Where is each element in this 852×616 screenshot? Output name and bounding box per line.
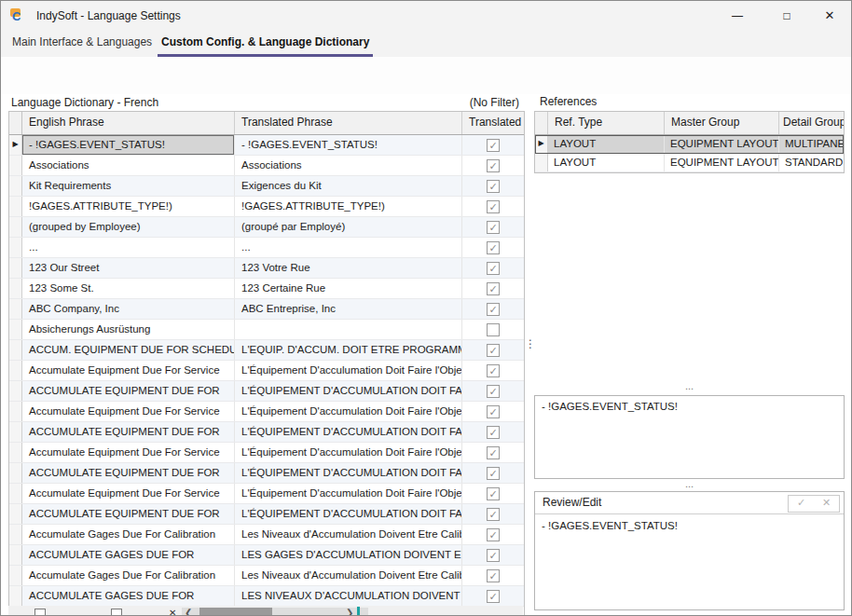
checkbox-checked-icon[interactable]: ✓ [487,405,500,418]
checkbox-checked-icon[interactable]: ✓ [487,221,500,234]
accept-icon[interactable]: ✓ [789,496,814,512]
translated-phrase-cell[interactable]: 123 Votre Rue [235,258,462,278]
translated-phrase-cell[interactable]: LES NIVEAUX D'ACCUMULATION DOIVENT ETRE [235,586,462,606]
english-phrase-cell[interactable]: Associations [22,156,235,175]
translated-checkbox-cell[interactable]: ✓ [462,299,524,319]
translated-phrase-cell[interactable]: ... [235,238,462,257]
tab-main-interface[interactable]: Main Interface & Languages [8,31,156,54]
checkbox-checked-icon[interactable]: ✓ [487,262,500,275]
table-row[interactable]: Accumulate Gages Due For CalibrationLes … [9,566,524,586]
table-row[interactable]: 123 Some St.123 Certaine Rue✓ [9,279,524,299]
translated-phrase-cell[interactable]: L'EQUIP. D'ACCUM. DOIT ETRE PROGRAMMÉ [235,340,462,360]
translated-phrase-cell[interactable]: - !GAGES.EVENT_STATUS! [235,135,462,155]
table-row[interactable]: ACCUMULATE GAGES DUE FORLES GAGES D'ACCU… [9,545,524,566]
column-header-ref-type[interactable]: Ref. Type [548,112,665,134]
translated-checkbox-cell[interactable]: ✓ [462,566,524,585]
scroll-left-icon[interactable]: ❮ [185,608,192,616]
checkbox-checked-icon[interactable]: ✓ [487,569,500,582]
translated-phrase-cell[interactable]: LES GAGES D'ACCUMULATION DOIVENT ETRE CA [235,545,462,565]
table-row[interactable]: Accumulate Equipment Due For ServiceL'Éq… [9,361,524,381]
table-row[interactable]: ACCUMULATE EQUIPMENT DUE FORL'ÉQUIPEMENT… [9,422,524,443]
checkbox-checked-icon[interactable]: ✓ [487,426,500,439]
english-phrase-cell[interactable]: ACCUMULATE EQUIPMENT DUE FOR [22,504,235,524]
table-row[interactable]: Absicherungs Ausrüstung [9,320,524,340]
english-phrase-cell[interactable]: 123 Our Street [22,258,235,278]
translated-phrase-cell[interactable] [235,320,462,339]
table-row[interactable]: !GAGES.ATTRIBUTE_TYPE!)!GAGES.ATTRIBUTE_… [9,197,524,217]
table-row[interactable]: Accumulate Equipment Due For ServiceL'Éq… [9,484,524,504]
english-phrase-cell[interactable]: Accumulate Gages Due For Calibration [22,525,235,544]
table-row[interactable]: ▶LAYOUTEQUIPMENT LAYOUTSMULTIPANEL- [535,135,844,154]
english-phrase-cell[interactable]: ACCUMULATE EQUIPMENT DUE FOR [22,463,235,483]
ref-type-cell[interactable]: LAYOUT [548,154,665,171]
english-phrase-cell[interactable]: ... [22,238,235,257]
title-bar[interactable]: C IndySoft - Language Settings — □ ✕ [1,1,851,31]
english-phrase-cell[interactable]: ACCUMULATE EQUIPMENT DUE FOR [22,422,235,442]
checkbox-checked-icon[interactable]: ✓ [487,303,500,316]
checkbox-unchecked-icon[interactable] [487,323,500,336]
english-phrase-cell[interactable]: ACCUMULATE GAGES DUE FOR [22,586,235,606]
table-row[interactable]: (grouped by Employee)(groupé par Employé… [9,217,524,238]
english-phrase-cell[interactable]: Accumulate Equipment Due For Service [22,484,235,503]
table-row[interactable]: ACCUM. EQUIPMENT DUE FOR SCHEDULEL'EQUIP… [9,340,524,361]
table-row[interactable]: 123 Our Street123 Votre Rue✓ [9,258,524,279]
translated-checkbox-cell[interactable]: ✓ [462,381,524,401]
table-row[interactable]: ......✓ [9,238,524,258]
checkbox-checked-icon[interactable]: ✓ [487,385,500,398]
scrollbar-thumb[interactable] [199,608,272,616]
english-phrase-cell[interactable]: Accumulate Equipment Due For Service [22,402,235,421]
checkbox-checked-icon[interactable]: ✓ [487,364,500,377]
table-row[interactable]: Accumulate Equipment Due For ServiceL'Éq… [9,443,524,463]
translated-checkbox-cell[interactable]: ✓ [462,258,524,278]
translated-phrase-cell[interactable]: (groupé par Employé) [235,217,462,237]
translated-checkbox-cell[interactable]: ✓ [462,443,524,462]
checkbox-checked-icon[interactable]: ✓ [487,487,500,500]
translated-phrase-cell[interactable]: ABC Entreprise, Inc [235,299,462,319]
table-row[interactable]: Accumulate Gages Due For CalibrationLes … [9,525,524,545]
detail-group-cell[interactable]: STANDARD [779,154,844,171]
english-phrase-cell[interactable]: Absicherungs Ausrüstung [22,320,235,339]
translated-checkbox-cell[interactable]: ✓ [462,402,524,421]
table-row[interactable]: ACCUMULATE EQUIPMENT DUE FORL'ÉQUIPEMENT… [9,381,524,402]
checkbox-checked-icon[interactable]: ✓ [487,241,500,254]
master-group-cell[interactable]: EQUIPMENT LAYOUTS [665,154,779,171]
vertical-splitter-handle[interactable]: ⋮ [525,341,532,347]
english-phrase-cell[interactable]: - !GAGES.EVENT_STATUS! [22,135,235,155]
translated-checkbox-cell[interactable]: ✓ [462,197,524,216]
table-row[interactable]: LAYOUTEQUIPMENT LAYOUTSSTANDARD [535,154,844,172]
english-phrase-cell[interactable]: ABC Company, Inc [22,299,235,319]
maximize-button[interactable]: □ [765,1,808,31]
navigator-checkbox[interactable] [111,609,122,616]
translated-checkbox-cell[interactable]: ✓ [462,279,524,298]
filter-status[interactable]: (No Filter) [392,96,519,109]
column-header-detail-group[interactable]: Detail Group [779,112,844,134]
translated-checkbox-cell[interactable]: ✓ [462,238,524,257]
translated-phrase-cell[interactable]: L'ÉQUIPEMENT D'ACCUMULATION DOIT FAIRE L… [235,422,462,442]
navigator-close-icon[interactable]: ✕ [169,608,176,616]
checkbox-checked-icon[interactable]: ✓ [487,200,500,213]
horizontal-splitter-handle[interactable]: ... [534,479,845,490]
column-header-translated-phrase[interactable]: Translated Phrase [235,112,462,134]
cancel-icon[interactable]: ✕ [814,496,839,512]
minimize-button[interactable]: — [716,1,759,31]
translated-phrase-cell[interactable]: L'ÉQUIPEMENT D'ACCUMULATION DOIT FAIRE L… [235,504,462,524]
checkbox-checked-icon[interactable]: ✓ [487,508,500,521]
horizontal-splitter-handle[interactable]: ... [534,381,845,392]
translated-checkbox-cell[interactable]: ✓ [462,217,524,237]
translated-checkbox-cell[interactable]: ✓ [462,525,524,544]
checkbox-checked-icon[interactable]: ✓ [487,467,500,480]
translated-phrase-cell[interactable]: L'Équipement D'accumulation Doit Faire l… [235,484,462,503]
english-phrase-cell[interactable]: Accumulate Equipment Due For Service [22,443,235,462]
translated-checkbox-cell[interactable]: ✓ [462,156,524,175]
english-phrase-cell[interactable]: Kit Requirements [22,176,235,196]
english-phrase-cell[interactable]: ACCUM. EQUIPMENT DUE FOR SCHEDULE [22,340,235,360]
scroll-right-icon[interactable]: ❯ [346,608,353,616]
translated-checkbox-cell[interactable]: ✓ [462,340,524,360]
ref-type-cell[interactable]: LAYOUT [548,135,665,153]
translated-checkbox-cell[interactable]: ✓ [462,176,524,196]
english-phrase-cell[interactable]: 123 Some St. [22,279,235,298]
checkbox-checked-icon[interactable]: ✓ [487,446,500,459]
translated-phrase-cell[interactable]: L'Équipement D'accumulation Doit Faire l… [235,402,462,421]
column-header-english[interactable]: English Phrase [22,112,235,134]
translated-checkbox-cell[interactable]: ✓ [462,135,524,155]
